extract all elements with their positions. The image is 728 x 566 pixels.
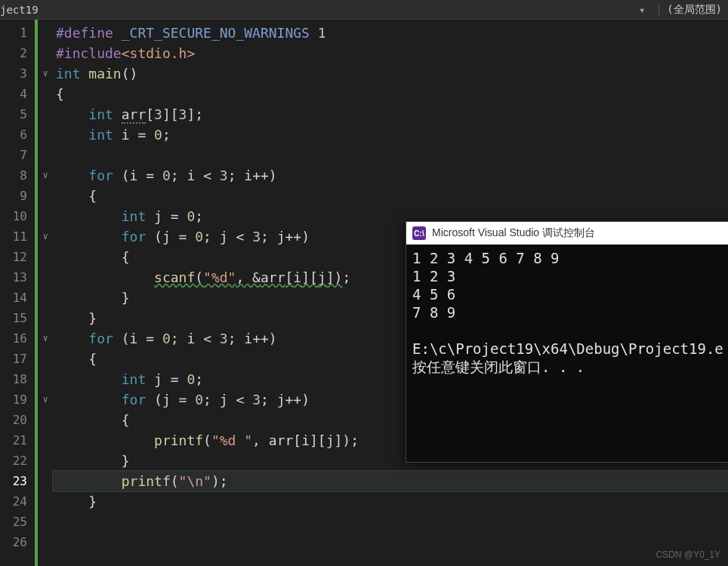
- code-token: =: [162, 371, 187, 387]
- console-icon: C:\: [412, 226, 426, 240]
- code-token: [56, 229, 122, 245]
- code-token: int: [88, 106, 121, 122]
- code-token: ]);: [335, 432, 359, 448]
- fold-toggle: [38, 23, 53, 43]
- fold-toggle: [38, 369, 53, 389]
- code-token: printf: [154, 432, 203, 448]
- fold-toggle[interactable]: ∨: [38, 328, 53, 349]
- code-token: ;: [228, 331, 245, 346]
- code-token: <: [228, 392, 253, 408]
- fold-toggle: [38, 349, 53, 369]
- code-token: 0: [162, 168, 171, 183]
- code-token: i: [130, 168, 138, 183]
- code-token: }: [56, 290, 130, 306]
- toolbar-separator: [659, 4, 659, 16]
- code-token: {: [56, 249, 130, 265]
- code-token: =: [171, 229, 196, 245]
- code-token: ++): [252, 331, 277, 346]
- fold-column[interactable]: ∨∨∨∨∨: [38, 20, 53, 566]
- code-line[interactable]: int main(): [53, 63, 728, 84]
- fold-toggle: [38, 451, 53, 471]
- code-line[interactable]: [53, 145, 728, 165]
- code-token: , &: [236, 269, 261, 285]
- code-line[interactable]: }: [53, 491, 728, 512]
- code-token: "\n": [179, 473, 211, 489]
- line-number: 21: [0, 430, 35, 451]
- code-line[interactable]: {: [53, 186, 728, 206]
- code-token: printf: [122, 473, 171, 489]
- fold-toggle: [38, 186, 53, 206]
- line-number: 9: [0, 186, 35, 206]
- fold-toggle: [38, 288, 53, 308]
- fold-toggle: [38, 471, 53, 491]
- code-token: 0: [195, 392, 203, 408]
- fold-toggle[interactable]: ∨: [38, 63, 53, 84]
- code-token: main: [88, 66, 121, 82]
- code-token: =: [137, 168, 162, 183]
- code-token: arr: [122, 106, 147, 124]
- fold-toggle: [38, 104, 53, 125]
- fold-toggle: [38, 430, 53, 451]
- code-token: {: [56, 188, 97, 204]
- code-line[interactable]: [53, 512, 728, 532]
- code-line[interactable]: printf("\n");: [53, 471, 728, 491]
- code-token: 0: [154, 127, 162, 143]
- debug-console-window[interactable]: C:\ Microsoft Visual Studio 调试控制台 1 2 3 …: [406, 221, 728, 463]
- code-token: i: [187, 331, 195, 346]
- line-number: 5: [0, 104, 35, 125]
- code-token: for: [122, 392, 154, 408]
- fold-toggle: [38, 145, 53, 165]
- code-token: 3: [252, 392, 261, 408]
- line-number: 24: [0, 491, 35, 512]
- code-token: ;: [203, 392, 220, 408]
- code-token: [56, 371, 122, 387]
- code-token: ++): [285, 229, 310, 245]
- code-line[interactable]: #define _CRT_SECURE_NO_WARNINGS 1: [53, 23, 728, 43]
- code-token: int: [122, 208, 154, 224]
- code-token: [56, 432, 154, 448]
- code-token: j: [220, 229, 228, 245]
- fold-toggle[interactable]: ∨: [38, 165, 53, 186]
- line-number: 8: [0, 165, 35, 186]
- console-body: 1 2 3 4 5 6 7 8 9 1 2 3 4 5 6 7 8 9 E:\c…: [406, 245, 728, 380]
- code-token: i: [293, 269, 301, 285]
- code-token: ][: [162, 106, 179, 122]
- editor-top-bar: ject19 ▾ (全局范围): [0, 0, 728, 20]
- line-number: 12: [0, 247, 35, 267]
- code-token: int: [88, 127, 121, 143]
- code-token: [56, 331, 88, 346]
- code-line[interactable]: int i = 0;: [53, 125, 728, 145]
- line-number: 13: [0, 267, 35, 288]
- scope-label[interactable]: (全局范围): [667, 3, 728, 17]
- code-token: j: [154, 208, 162, 224]
- code-token: "%d ": [211, 432, 252, 448]
- fold-toggle[interactable]: ∨: [38, 226, 53, 247]
- code-line[interactable]: int arr[3][3];: [53, 104, 728, 125]
- fold-toggle: [38, 84, 53, 104]
- fold-toggle: [38, 491, 53, 512]
- code-token: 3: [220, 331, 228, 346]
- fold-toggle[interactable]: ∨: [38, 389, 53, 410]
- code-token: _CRT_SECURE_NO_WARNINGS: [122, 25, 310, 41]
- code-token: j: [154, 371, 162, 387]
- code-token: (: [195, 269, 203, 285]
- project-dropdown-icon[interactable]: ▾: [633, 4, 651, 16]
- line-number: 19: [0, 389, 35, 410]
- line-number: 2: [0, 43, 35, 63]
- code-token: #include: [56, 45, 122, 61]
- code-line[interactable]: [53, 532, 728, 552]
- code-token: }: [56, 310, 97, 326]
- code-token: ,: [252, 432, 269, 448]
- console-titlebar[interactable]: C:\ Microsoft Visual Studio 调试控制台: [406, 222, 728, 245]
- line-number: 20: [0, 410, 35, 430]
- code-token: [56, 168, 88, 183]
- code-token: }: [56, 453, 130, 469]
- code-token: arr: [261, 269, 285, 285]
- code-token: ;: [261, 229, 277, 245]
- line-number: 1: [0, 23, 35, 43]
- code-line[interactable]: {: [53, 84, 728, 104]
- code-token: <: [195, 331, 220, 346]
- code-token: [310, 25, 318, 41]
- code-line[interactable]: #include<stdio.h>: [53, 43, 728, 63]
- code-line[interactable]: for (i = 0; i < 3; i++): [53, 165, 728, 186]
